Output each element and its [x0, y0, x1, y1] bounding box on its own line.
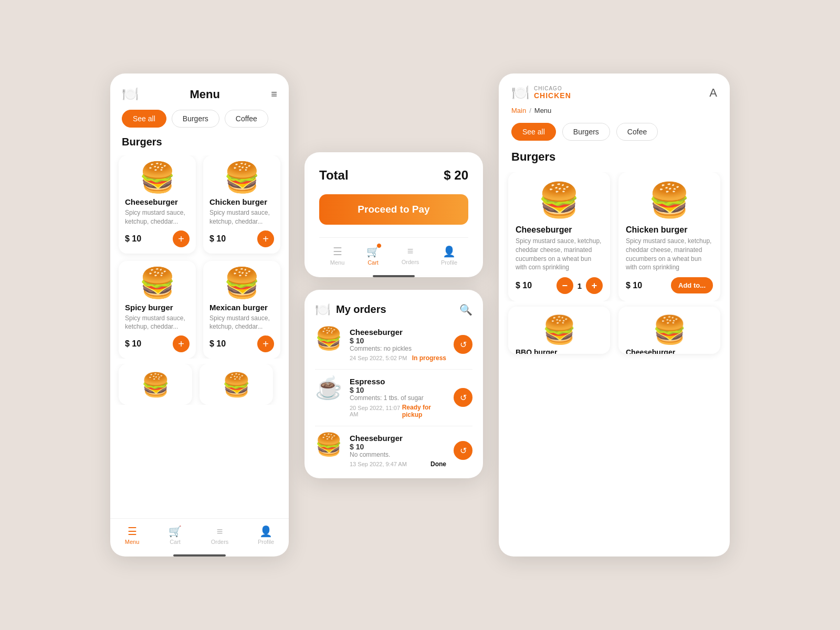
- proceed-to-pay-button[interactable]: Proceed to Pay: [319, 194, 468, 225]
- list-item: 🍔 Chicken burger Spicy mustard sauce, ke…: [203, 155, 280, 254]
- menu-header: 🍽️ Menu ≡: [110, 74, 289, 110]
- list-item: 🍔: [200, 364, 273, 405]
- right-filter-burgers[interactable]: Burgers: [562, 123, 610, 141]
- quantity-decrease-button[interactable]: −: [556, 277, 573, 294]
- order-name: Cheeseburger: [350, 434, 446, 443]
- item-image: 🍔: [224, 268, 260, 298]
- cart-badge-dot: [376, 243, 382, 248]
- cart-icon: 🛒: [169, 525, 182, 538]
- hamburger-menu-icon[interactable]: ≡: [271, 88, 277, 100]
- right-logo-icon: 🍽️: [511, 84, 530, 101]
- menu-screen: 🍽️ Menu ≡ See all Burgers Coffee Burgers…: [110, 74, 289, 556]
- right-items-grid: 🍔 Cheeseburger Spicy mustard sauce, ketc…: [499, 172, 730, 301]
- item-price: $ 10: [209, 234, 226, 244]
- item-footer: $ 10 Add to...: [626, 277, 713, 293]
- cart-orders-icon: ≡: [407, 245, 414, 257]
- order-comment: No comments.: [350, 451, 446, 458]
- search-icon[interactable]: 🔍: [459, 303, 472, 316]
- nav-orders[interactable]: ≡ Orders: [211, 526, 229, 545]
- right-header: 🍽️ CHICAGO CHICKEN A: [499, 74, 730, 107]
- cart-nav-profile-label: Profile: [441, 259, 457, 266]
- add-item-button[interactable]: +: [257, 230, 274, 247]
- cart-nav-cart[interactable]: 🛒 Cart: [366, 245, 380, 266]
- item-price: $ 10: [516, 281, 532, 290]
- item-price: $ 10: [626, 281, 642, 290]
- orders-title: My orders: [336, 303, 386, 316]
- item-image: 🍔: [516, 314, 603, 346]
- list-item: 🍔 Cheeseburger: [618, 307, 720, 354]
- add-to-cart-button[interactable]: Add to...: [671, 277, 713, 293]
- add-item-button[interactable]: +: [173, 230, 190, 247]
- right-section-title: Burgers: [499, 150, 730, 172]
- right-header-action-icon[interactable]: A: [709, 86, 717, 100]
- reorder-button[interactable]: ↺: [454, 441, 472, 460]
- item-image: 🍔: [139, 163, 176, 192]
- order-image: 🍔: [315, 328, 342, 350]
- profile-icon: 👤: [259, 525, 272, 538]
- filter-coffee[interactable]: Coffee: [225, 110, 268, 128]
- item-desc: Spicy mustard sauce, ketchup, cheddar ch…: [516, 237, 603, 272]
- item-name: Spicy burger: [125, 303, 190, 312]
- right-filter-coffee[interactable]: Cofee: [616, 123, 658, 141]
- item-footer: $ 10 +: [125, 335, 190, 352]
- reorder-button[interactable]: ↺: [454, 335, 472, 354]
- nav-profile-label: Profile: [258, 539, 274, 545]
- middle-column: Total $ 20 Proceed to Pay ☰ Menu 🛒 Cart …: [304, 152, 483, 478]
- order-status-badge: Done: [430, 460, 446, 468]
- breadcrumb-main[interactable]: Main: [511, 107, 526, 114]
- item-name: Chicken burger: [626, 225, 713, 235]
- right-filter-see-all[interactable]: See all: [511, 123, 556, 141]
- cart-nav-orders-label: Orders: [402, 259, 419, 265]
- orders-header: 🍽️ My orders 🔍: [315, 302, 472, 317]
- menu-icon: ☰: [128, 525, 137, 538]
- burgers-section-title: Burgers: [110, 136, 289, 155]
- right-filter-row: See all Burgers Cofee: [499, 123, 730, 150]
- add-item-button[interactable]: +: [173, 335, 190, 352]
- item-image: 🍔: [125, 371, 186, 398]
- item-name: Cheeseburger: [626, 348, 713, 354]
- cart-nav-menu[interactable]: ☰ Menu: [330, 245, 345, 266]
- order-meta: 20 Sep 2022, 11:07 AM Ready for pickup: [350, 404, 446, 418]
- item-desc: Spicy mustard sauce, ketchup, cheddar ch…: [626, 237, 713, 272]
- reorder-button[interactable]: ↺: [454, 388, 472, 407]
- item-footer: $ 10 +: [209, 230, 274, 247]
- nav-menu-label: Menu: [125, 539, 140, 545]
- item-desc: Spicy mustard sauce, ketchup, cheddar...: [125, 208, 190, 226]
- list-item: 🍔 Mexican burger Spicy mustard sauce, ke…: [203, 261, 280, 359]
- item-name: BBQ burger: [516, 348, 603, 354]
- cart-home-indicator: [373, 275, 415, 277]
- order-date: 13 Sep 2022, 9:47 AM: [350, 461, 407, 467]
- list-item: 🍔 Spicy burger Spicy mustard sauce, ketc…: [119, 261, 196, 359]
- cart-nav-orders[interactable]: ≡ Orders: [402, 245, 419, 265]
- item-footer: $ 10 − 1 +: [516, 277, 603, 294]
- nav-profile[interactable]: 👤 Profile: [258, 525, 274, 545]
- cart-bottom-nav: ☰ Menu 🛒 Cart ≡ Orders 👤 Profile: [319, 237, 468, 271]
- cart-nav-profile[interactable]: 👤 Profile: [441, 245, 457, 266]
- cart-profile-icon: 👤: [443, 245, 456, 258]
- list-item: 🍔 Chicken burger Spicy mustard sauce, ke…: [618, 172, 720, 301]
- filter-see-all[interactable]: See all: [122, 110, 166, 128]
- item-desc: Spicy mustard sauce, ketchup, cheddar...: [209, 314, 274, 332]
- nav-cart[interactable]: 🛒 Cart: [169, 525, 182, 545]
- chicago-chicken-logo: 🍽️ CHICAGO CHICKEN: [511, 84, 571, 101]
- bottom-nav: ☰ Menu 🛒 Cart ≡ Orders 👤 Profile: [110, 518, 289, 550]
- app-logo-icon: 🍽️: [122, 86, 139, 102]
- item-name: Mexican burger: [209, 303, 274, 312]
- menu-items-grid: 🍔 Cheeseburger Spicy mustard sauce, ketc…: [110, 155, 289, 359]
- item-desc: Spicy mustard sauce, ketchup, cheddar...: [209, 208, 274, 226]
- home-indicator: [173, 554, 226, 556]
- order-price: $ 10: [350, 386, 446, 394]
- order-name: Cheeseburger: [350, 328, 446, 337]
- breadcrumb: Main / Menu: [499, 107, 730, 123]
- order-info: Cheeseburger $ 10 Comments: no pickles 2…: [350, 328, 446, 362]
- quantity-increase-button[interactable]: +: [586, 277, 603, 294]
- breadcrumb-separator: /: [529, 107, 531, 114]
- filter-burgers[interactable]: Burgers: [172, 110, 219, 128]
- orders-icon: ≡: [217, 526, 223, 538]
- right-screen: 🍽️ CHICAGO CHICKEN A Main / Menu See all…: [499, 74, 730, 556]
- nav-menu[interactable]: ☰ Menu: [125, 525, 140, 545]
- nav-cart-label: Cart: [170, 539, 181, 545]
- add-item-button[interactable]: +: [257, 335, 274, 352]
- total-label: Total: [319, 168, 349, 183]
- item-price: $ 10: [209, 339, 226, 349]
